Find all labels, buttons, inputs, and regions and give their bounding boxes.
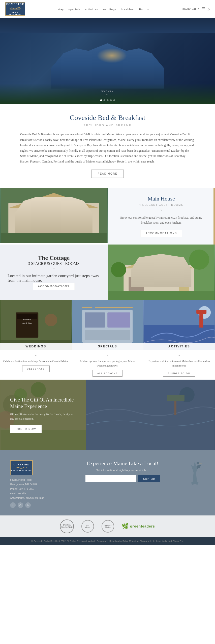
svg-point-24: [45, 314, 57, 326]
nav-phone: 207-371-2807: [181, 8, 199, 11]
nav-activities[interactable]: activities: [85, 8, 98, 11]
navbar: COVESIDE BED & BREAKFAST stay specials a…: [0, 0, 215, 18]
footer-address-line1: 5 Seguinland Road: [10, 478, 60, 482]
linkedin-icon[interactable]: in: [25, 502, 31, 508]
tripadvisor-badge: tripadvisor: [81, 520, 94, 533]
logo-wave-icon: [9, 6, 21, 10]
house-illustration: [0, 188, 108, 243]
svg-rect-14: [159, 275, 169, 287]
specials-card: SPECIALS ⌄ Add-on options for specials, …: [72, 300, 143, 379]
hero-dot-3[interactable]: [107, 99, 108, 101]
activities-description: Experience all that mid-coast Maine has …: [146, 359, 212, 368]
accent-bar: [213, 188, 215, 245]
footer-bottom: © Coveside Bed & Breakfast 2022. All Rig…: [0, 537, 215, 545]
nav-specials[interactable]: specials: [68, 8, 80, 11]
search-icon[interactable]: ⌕: [207, 7, 210, 11]
svg-rect-2: [8, 203, 99, 238]
hamburger-icon[interactable]: ☰: [201, 7, 205, 11]
nav-icons: 207-371-2807 ☰ ⌕: [181, 7, 210, 11]
hero-dot-1[interactable]: [100, 99, 102, 101]
footer-heron: [185, 460, 205, 485]
footer-phone: Phone: 207-371-2807: [10, 487, 60, 491]
heron-illustration: [187, 460, 202, 485]
newsletter-form: Sign up!: [68, 475, 177, 482]
footer-address: 5 Seguinland Road Georgetown, ME 04548 P…: [10, 478, 60, 500]
activities-chevron-icon: ⌄: [146, 353, 212, 357]
footer-email-link[interactable]: website: [17, 492, 26, 495]
main-house-section: Main House 4 ELEGANT GUEST ROOMS ⌄ Enjoy…: [0, 188, 215, 245]
svg-rect-5: [51, 216, 64, 228]
cottage-chevron-icon: ⌄: [52, 266, 55, 270]
yankee-badge: YANKEEMAGAZINE: [60, 519, 74, 533]
cottage-title: The Cottage: [38, 255, 70, 261]
logo-title: COVESIDE: [6, 3, 24, 6]
svg-rect-4: [31, 216, 44, 228]
footer-accessibility[interactable]: Accessibility / privacy site-map: [10, 496, 60, 500]
gift-content: Give The Gift Of An Incredible Maine Exp…: [0, 396, 86, 433]
main-house-subtitle: 4 ELEGANT GUEST ROOMS: [139, 204, 183, 206]
footer-logo: COVESIDE BED & BREAKFAST: [10, 460, 33, 475]
email-input[interactable]: [85, 475, 136, 482]
weddings-chevron-icon: ⌄: [3, 353, 69, 357]
intro-subtitle: SECLUDED AND SERENE: [20, 124, 195, 127]
things-to-do-button[interactable]: THINGS TO DO: [163, 370, 195, 377]
cottage-description: Located in our intimate garden courtyard…: [8, 274, 100, 283]
cottage-section: The Cottage 3 SPACIOUS GUEST ROOMS ⌄ Loc…: [0, 245, 215, 300]
weddings-label: WEDDINGS: [0, 343, 72, 350]
nav-breakfast[interactable]: breakfast: [121, 8, 135, 11]
cottage-accommodations-button[interactable]: ACCOMMODATIONS: [33, 283, 75, 290]
specials-description: Add-on options for specials, packages, a…: [75, 359, 140, 368]
footer-top: COVESIDE BED & BREAKFAST 5 Seguinland Ro…: [0, 450, 215, 515]
activities-card: ACTIVITIES ⌄ Experience all that mid-coa…: [143, 300, 215, 379]
svg-rect-6: [71, 216, 84, 228]
newsletter-subtitle: Get information straight to your email i…: [68, 469, 177, 472]
order-now-button[interactable]: ORDER NOW: [10, 425, 42, 433]
cottage-subtitle: 3 SPACIOUS GUEST ROOMS: [28, 261, 79, 266]
nav-find-us[interactable]: find us: [139, 8, 149, 11]
read-more-button[interactable]: READ MORE: [91, 170, 124, 178]
footer-logo-title: COVESIDE: [13, 463, 29, 466]
intro-title: Coveside Bed & Breakfast: [20, 114, 195, 122]
yankee-logo: YANKEEMAGAZINE: [60, 519, 74, 533]
hero-scroll[interactable]: SCROLL ⌄: [101, 90, 113, 96]
all-add-ons-button[interactable]: ALL ADD-ONS: [93, 370, 122, 377]
nav-stay[interactable]: stay: [58, 8, 64, 11]
activities-body: ⌄ Experience all that mid-coast Maine ha…: [143, 350, 215, 379]
greenleaders-badge: 🌿 greenleaders: [122, 523, 155, 530]
greenleaders-text: greenleaders: [130, 524, 155, 528]
svg-rect-8: [1, 233, 107, 243]
celebrate-button[interactable]: CELEBRATE: [22, 366, 50, 372]
chevron-down-icon: ⌄: [160, 207, 163, 212]
hero-dot-5[interactable]: [113, 99, 115, 101]
tripadvisor-logo: tripadvisor: [81, 520, 94, 533]
gift-title: Give The Gift Of An Incredible Maine Exp…: [10, 396, 76, 410]
main-house-title: Main House: [148, 195, 175, 202]
cards-section: Welcome Any & John WEDDINGS ⌄ Celebrate …: [0, 300, 215, 379]
footer-email: email: website: [10, 491, 60, 496]
signup-button[interactable]: Sign up!: [138, 475, 160, 482]
nav-links: stay specials activities weddings breakf…: [58, 7, 149, 11]
footer-phone-link[interactable]: 207-371-2807: [19, 488, 34, 490]
cottage-illustration: [108, 245, 215, 300]
main-house-accommodations-button[interactable]: ACCOMMODATIONS: [140, 230, 182, 237]
hero-glow: [97, 48, 127, 63]
footer-social: f G in: [10, 502, 60, 508]
hero-dot-4[interactable]: [110, 99, 112, 101]
travelers-choice-logo: TravelersChoice: [102, 520, 114, 533]
travelers-choice-badge: TravelersChoice: [102, 520, 114, 533]
hero-dot-2[interactable]: [103, 99, 105, 101]
svg-point-48: [197, 462, 199, 464]
hero-dots: [100, 99, 115, 101]
svg-rect-21: [17, 314, 37, 319]
weddings-body: ⌄ Celebrate destination weddings & event…: [0, 350, 72, 375]
footer-logo-column: COVESIDE BED & BREAKFAST 5 Seguinland Ro…: [10, 460, 60, 508]
nav-weddings[interactable]: weddings: [103, 8, 116, 11]
google-icon[interactable]: G: [18, 502, 23, 508]
weddings-description: Celebrate destination weddings & events …: [3, 359, 69, 364]
svg-text:Any & John: Any & John: [22, 322, 32, 324]
facebook-icon[interactable]: f: [10, 502, 16, 508]
cottage-image: [108, 245, 215, 300]
footer-address-line2: Georgetown, ME 04548: [10, 482, 60, 487]
logo[interactable]: COVESIDE BED & BREAKFAST: [5, 2, 25, 16]
main-house-description: Enjoy our comfortable guest living room,…: [115, 215, 208, 225]
